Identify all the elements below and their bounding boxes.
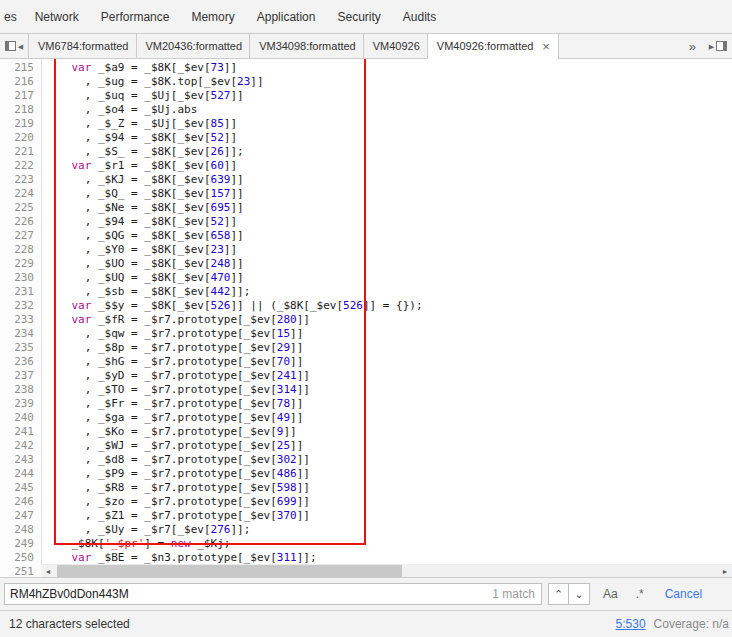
line-number[interactable]: 240 — [0, 411, 41, 425]
panel-tab-sources-partial[interactable]: es — [0, 0, 24, 33]
code-text[interactable]: , _$KJ = _$8K[_$ev[639]] — [41, 173, 244, 187]
code-text[interactable]: , _$R8 = _$r7.prototype[_$ev[598]] — [41, 481, 310, 495]
code-text[interactable]: , _$d8 = _$r7.prototype[_$ev[302]] — [41, 453, 310, 467]
search-previous-button[interactable]: ⌃ — [548, 583, 569, 605]
line-number[interactable]: 248 — [0, 523, 41, 537]
source-editor[interactable]: 215 var _$a9 = _$8K[_$ev[73]]216 , _$ug … — [0, 59, 732, 577]
line-number[interactable]: 220 — [0, 131, 41, 145]
code-text[interactable]: var _$$y = _$8K[_$ev[526]] || (_$8K[_$ev… — [41, 299, 423, 313]
code-text[interactable]: , _$uq = _$Uj[_$ev[527]] — [41, 89, 244, 103]
code-text[interactable]: var _$a9 = _$8K[_$ev[73]] — [41, 61, 237, 75]
file-tab[interactable]: VM6784:formatted — [28, 34, 137, 58]
code-text[interactable]: , _$ga = _$r7.prototype[_$ev[49]] — [41, 411, 303, 425]
line-number[interactable]: 218 — [0, 103, 41, 117]
cancel-search-button[interactable]: Cancel — [665, 587, 702, 601]
regex-toggle[interactable]: .* — [631, 587, 649, 601]
line-number[interactable]: 225 — [0, 201, 41, 215]
panel-tab-network[interactable]: Network — [24, 0, 90, 33]
line-number[interactable]: 235 — [0, 341, 41, 355]
code-text[interactable]: , _$94 = _$8K[_$ev[52]] — [41, 131, 237, 145]
line-number[interactable]: 232 — [0, 299, 41, 313]
code-text[interactable]: , _$S_ = _$8K[_$ev[26]]; — [41, 145, 244, 159]
code-text[interactable]: , _$94 = _$8K[_$ev[52]] — [41, 215, 237, 229]
line-number[interactable]: 219 — [0, 117, 41, 131]
code-text[interactable]: , _$Q_ = _$8K[_$ev[157]] — [41, 187, 244, 201]
panel-tab-performance[interactable]: Performance — [90, 0, 181, 33]
scroll-right-arrow-icon[interactable]: ► — [718, 565, 732, 577]
scrollbar-track[interactable] — [55, 565, 718, 577]
file-tab[interactable]: VM34098:formatted — [250, 34, 364, 58]
code-text[interactable]: , _$_Z = _$Uj[_$ev[85]] — [41, 117, 237, 131]
line-number[interactable]: 242 — [0, 439, 41, 453]
scrollbar-thumb[interactable] — [57, 565, 402, 577]
line-number[interactable]: 238 — [0, 383, 41, 397]
code-text[interactable]: , _$Fr = _$r7.prototype[_$ev[78]] — [41, 397, 303, 411]
code-text[interactable]: , _$hG = _$r7.prototype[_$ev[70]] — [41, 355, 303, 369]
cursor-position-link[interactable]: 5:530 — [616, 617, 646, 631]
code-text[interactable]: , _$Z1 = _$r7.prototype[_$ev[370]] — [41, 509, 310, 523]
line-number[interactable]: 223 — [0, 173, 41, 187]
close-tab-icon[interactable]: × — [540, 40, 551, 53]
panel-tab-application[interactable]: Application — [246, 0, 327, 33]
code-text[interactable]: , _$8p = _$r7.prototype[_$ev[29]] — [41, 341, 303, 355]
line-number[interactable]: 241 — [0, 425, 41, 439]
line-number[interactable]: 239 — [0, 397, 41, 411]
line-number[interactable]: 227 — [0, 229, 41, 243]
code-text[interactable]: , _$Y0 = _$8K[_$ev[23]] — [41, 243, 237, 257]
line-number[interactable]: 215 — [0, 61, 41, 75]
code-text[interactable]: , _$qw = _$r7.prototype[_$ev[15]] — [41, 327, 303, 341]
code-text[interactable]: , _$P9 = _$r7.prototype[_$ev[486]] — [41, 467, 310, 481]
panel-tab-security[interactable]: Security — [326, 0, 391, 33]
search-next-button[interactable]: ⌄ — [569, 583, 590, 605]
code-text[interactable]: , _$UQ = _$8K[_$ev[470]] — [41, 271, 244, 285]
code-text[interactable]: , _$Uy = _$r7[_$ev[276]]; — [41, 523, 250, 537]
code-text[interactable]: , _$UO = _$8K[_$ev[248]] — [41, 257, 244, 271]
code-text[interactable]: , _$ug = _$8K.top[_$ev[23]] — [41, 75, 264, 89]
line-number[interactable]: 229 — [0, 257, 41, 271]
code-text[interactable]: , _$yD = _$r7.prototype[_$ev[241]] — [41, 369, 310, 383]
line-number[interactable]: 236 — [0, 355, 41, 369]
scroll-left-arrow-icon[interactable]: ◄ — [41, 565, 55, 577]
code-text[interactable]: var _$BE = _$n3.prototype[_$ev[311]]; — [41, 551, 317, 565]
line-number[interactable]: 250 — [0, 551, 41, 565]
line-number[interactable]: 246 — [0, 495, 41, 509]
line-number[interactable]: 245 — [0, 481, 41, 495]
show-debugger-button[interactable]: ▶ — [704, 34, 732, 58]
tab-overflow-button[interactable]: » — [681, 34, 704, 58]
code-text[interactable]: var _$r1 = _$8K[_$ev[60]] — [41, 159, 237, 173]
show-navigator-button[interactable]: ◀ — [0, 34, 28, 58]
code-text[interactable]: , _$TO = _$r7.prototype[_$ev[314]] — [41, 383, 310, 397]
file-tab[interactable]: VM40926:formatted× — [428, 34, 560, 58]
code-text[interactable]: var _$fR = _$r7.prototype[_$ev[280]] — [41, 313, 310, 327]
line-number[interactable]: 234 — [0, 327, 41, 341]
code-text[interactable]: , _$Ne = _$8K[_$ev[695]] — [41, 201, 244, 215]
line-number[interactable]: 221 — [0, 145, 41, 159]
line-number[interactable]: 230 — [0, 271, 41, 285]
line-number[interactable]: 244 — [0, 467, 41, 481]
match-case-toggle[interactable]: Aa — [598, 587, 623, 601]
code-text[interactable]: , _$Ko = _$r7.prototype[_$ev[9]] — [41, 425, 297, 439]
line-number[interactable]: 228 — [0, 243, 41, 257]
search-input[interactable] — [4, 583, 542, 605]
code-text[interactable]: , _$o4 = _$Uj.abs — [41, 103, 197, 117]
line-number[interactable]: 216 — [0, 75, 41, 89]
file-tab[interactable]: VM20436:formatted — [137, 34, 251, 58]
line-number[interactable]: 231 — [0, 285, 41, 299]
line-number[interactable]: 224 — [0, 187, 41, 201]
code-text[interactable]: , _$WJ = _$r7.prototype[_$ev[25]] — [41, 439, 303, 453]
line-number[interactable]: 217 — [0, 89, 41, 103]
line-number[interactable]: 243 — [0, 453, 41, 467]
code-text[interactable]: , _$zo = _$r7.prototype[_$ev[699]] — [41, 495, 310, 509]
file-tab[interactable]: VM40926 — [364, 34, 428, 58]
code-text[interactable]: , _$QG = _$8K[_$ev[658]] — [41, 229, 244, 243]
line-number[interactable]: 249 — [0, 537, 41, 551]
line-number[interactable]: 247 — [0, 509, 41, 523]
horizontal-scrollbar[interactable]: ◄ ► — [41, 564, 732, 577]
line-number[interactable]: 222 — [0, 159, 41, 173]
panel-tab-memory[interactable]: Memory — [180, 0, 245, 33]
line-number[interactable]: 226 — [0, 215, 41, 229]
panel-tab-audits[interactable]: Audits — [392, 0, 447, 33]
code-text[interactable]: _$8K['_$pr'] = new _$Kj; — [41, 537, 230, 551]
line-number[interactable]: 237 — [0, 369, 41, 383]
code-text[interactable]: , _$sb = _$8K[_$ev[442]]; — [41, 285, 250, 299]
